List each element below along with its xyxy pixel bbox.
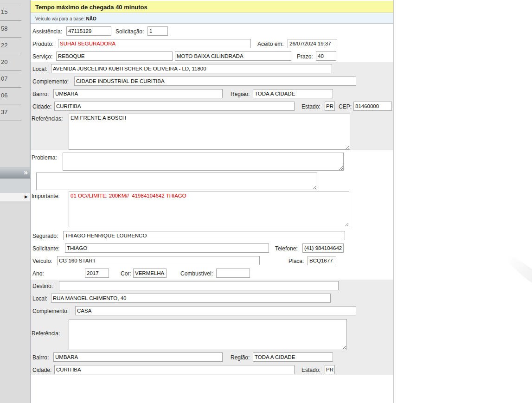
ano-label: Ano: <box>32 270 44 277</box>
destino-regiao-input[interactable] <box>253 352 333 362</box>
complemento-label: Complemento: <box>32 78 69 85</box>
referencias-label: Referências: <box>32 115 63 122</box>
row-divider <box>0 104 21 104</box>
local-input[interactable] <box>51 64 332 73</box>
base-status-bar: Veículo vai para a base: NÃO <box>31 13 393 24</box>
base-status-text: Veículo vai para a base: NÃO <box>35 16 96 21</box>
observacao-extra-textarea[interactable] <box>36 173 317 190</box>
prazo-label: Prazo: <box>297 53 313 60</box>
veiculo-input[interactable] <box>57 256 260 265</box>
solicitante-input[interactable] <box>65 243 269 253</box>
cor-input[interactable] <box>133 269 167 278</box>
left-grid-sidebar: 15 58 22 20 07 06 37 » ▶ <box>0 0 30 403</box>
regiao-input[interactable] <box>253 89 333 98</box>
assistencia-input[interactable] <box>66 26 111 36</box>
grid-row-time[interactable]: 15 <box>1 8 7 15</box>
base-status-value: NÃO <box>86 16 96 21</box>
destino-input[interactable] <box>59 281 339 290</box>
solicitante-label: Solicitante: <box>32 245 60 252</box>
solicitacao-label: Solicitação: <box>115 28 144 35</box>
destino-estado-input[interactable] <box>325 365 335 374</box>
page-title: Tempo máximo de chegada 40 minutos <box>35 4 147 11</box>
sidebar-collapse-button[interactable]: » <box>0 167 30 179</box>
cep-input[interactable] <box>353 102 392 111</box>
row-divider <box>0 121 21 121</box>
produto-input[interactable] <box>58 39 251 48</box>
produto-label: Produto: <box>32 41 53 47</box>
destino-estado-label: Estado: <box>301 367 320 373</box>
grid-row-time[interactable]: 20 <box>1 58 7 65</box>
bairro-label: Bairro: <box>32 91 49 97</box>
destino-referencia-label: Referência: <box>32 330 60 337</box>
grid-row-time[interactable]: 37 <box>1 109 7 115</box>
sidebar-spacer <box>0 179 30 193</box>
grid-row-time[interactable]: 22 <box>1 42 7 49</box>
row-divider <box>0 4 21 4</box>
estado-input[interactable] <box>325 102 335 111</box>
cep-label: CEP: <box>339 103 352 110</box>
telefone-label: Telefone: <box>275 245 298 252</box>
base-status-label: Veículo vai para a base: <box>35 16 85 21</box>
cor-label: Cor: <box>121 270 131 277</box>
destino-cidade-input[interactable] <box>54 365 295 374</box>
cidade-label: Cidade: <box>32 103 51 110</box>
sidebar-expand-strip: ▶ <box>0 193 30 201</box>
destino-bairro-input[interactable] <box>53 352 223 362</box>
complemento-input[interactable] <box>74 77 356 86</box>
destino-complemento-label: Complemento: <box>32 308 69 314</box>
servico-label: Serviço: <box>32 53 52 60</box>
row-divider <box>0 20 21 21</box>
estado-label: Estado: <box>301 103 320 110</box>
prazo-input[interactable] <box>316 51 336 61</box>
combustivel-input[interactable] <box>216 269 250 278</box>
grid-row-time[interactable]: 58 <box>1 25 7 32</box>
cidade-input[interactable] <box>54 102 295 111</box>
destino-regiao-label: Região: <box>231 354 250 361</box>
problema-label: Problema: <box>32 154 57 161</box>
solicitacao-input[interactable] <box>147 26 168 36</box>
aceito-em-label: Aceito em: <box>257 41 284 47</box>
segurado-label: Segurado: <box>32 233 58 239</box>
importante-textarea[interactable]: 01 OC//LIMITE: 200KM// 41984104642 THIAG… <box>69 192 349 227</box>
aceito-em-input[interactable] <box>288 39 337 48</box>
placa-input[interactable] <box>308 256 336 265</box>
grid-row-time[interactable]: 06 <box>1 92 7 99</box>
expand-arrow-icon[interactable]: ▶ <box>25 194 28 199</box>
destino-local-input[interactable] <box>51 294 331 303</box>
problema-textarea[interactable] <box>63 153 344 171</box>
grid-row-time[interactable]: 07 <box>1 75 7 82</box>
row-divider <box>0 37 21 38</box>
referencias-textarea[interactable]: EM FRENTE A BOSCH <box>69 114 350 150</box>
row-divider <box>0 87 21 88</box>
segurado-input[interactable] <box>63 231 345 240</box>
destino-local-label: Local: <box>32 295 47 302</box>
sidebar-lower-area <box>0 201 30 403</box>
importante-label: Importante: <box>32 193 60 199</box>
regiao-label: Região: <box>231 91 250 97</box>
row-divider <box>0 54 21 54</box>
assistencia-label: Assistência: <box>32 28 62 35</box>
destino-cidade-label: Cidade: <box>32 367 51 373</box>
veiculo-label: Veículo: <box>32 258 52 264</box>
telefone-input[interactable] <box>302 243 344 253</box>
double-chevron-right-icon: » <box>24 168 28 177</box>
local-label: Local: <box>32 66 47 72</box>
destino-referencia-textarea[interactable] <box>69 319 347 350</box>
servico-tipo-input[interactable] <box>175 51 291 61</box>
placa-label: Placa: <box>288 258 304 264</box>
destino-label: Destino: <box>32 283 53 289</box>
row-divider <box>0 70 21 71</box>
diagonal-glare <box>503 252 532 295</box>
destino-bairro-label: Bairro: <box>32 354 49 361</box>
combustivel-label: Combustível: <box>180 270 213 277</box>
dispatch-screen: 15 58 22 20 07 06 37 » ▶ Tempo máximo de… <box>0 0 532 403</box>
bairro-input[interactable] <box>53 89 223 98</box>
destino-complemento-input[interactable] <box>75 306 356 315</box>
title-bar: Tempo máximo de chegada 40 minutos <box>31 1 393 13</box>
ano-input[interactable] <box>85 269 109 278</box>
servico-input[interactable] <box>56 51 173 61</box>
